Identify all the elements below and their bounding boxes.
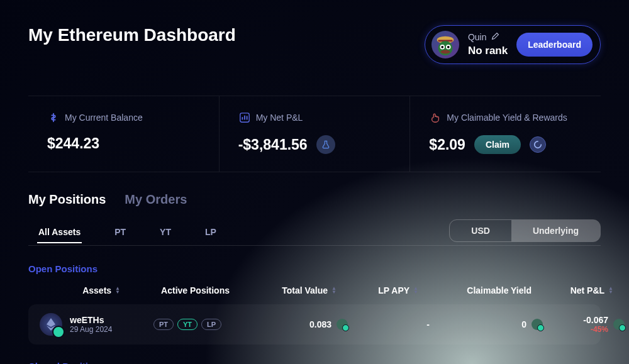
open-positions-label: Open Positions xyxy=(28,263,601,274)
token-badge[interactable] xyxy=(530,136,546,153)
leaderboard-button[interactable]: Leaderboard xyxy=(516,33,593,57)
filter-pt[interactable]: PT xyxy=(113,222,127,243)
flask-icon xyxy=(321,140,331,150)
table-row[interactable]: weETHs 29 Aug 2024 PT YT LP 0.083 - 0 -0… xyxy=(28,304,601,345)
net-pl-cell: -0.067 -45% xyxy=(543,315,625,334)
badge-yt: YT xyxy=(177,319,198,330)
lp-apy-cell: - xyxy=(348,319,430,329)
badges: PT YT LP xyxy=(134,319,241,330)
closed-positions-toggle[interactable]: Closed Positions xyxy=(28,361,601,364)
badge-pt: PT xyxy=(153,319,174,330)
token-icon xyxy=(337,319,348,330)
col-total-value[interactable]: Total Value ▲▼ xyxy=(230,285,337,295)
col-lp-apy[interactable]: LP APY ▲▼ xyxy=(337,285,418,295)
dollar-icon xyxy=(47,111,60,124)
user-text: Quin No rank xyxy=(468,32,508,57)
claimable-card: My Claimable Yield & Rewards $2.09 Claim xyxy=(409,96,601,172)
sort-icon: ▲▼ xyxy=(608,287,613,294)
token-icon xyxy=(613,319,625,330)
col-active-positions: Active Positions xyxy=(123,285,230,295)
filter-all-assets[interactable]: All Assets xyxy=(37,222,82,243)
page-title: My Ethereum Dashboard xyxy=(28,25,236,45)
total-value-cell: 0.083 xyxy=(241,319,348,330)
toggle-underlying[interactable]: Underlying xyxy=(511,220,600,241)
col-claimable-yield: Claimable Yield xyxy=(418,285,532,295)
swirl-icon xyxy=(533,140,542,149)
pnl-value: -$3,841.56 xyxy=(238,136,308,153)
balance-card: My Current Balance $244.23 xyxy=(28,96,219,172)
col-net-pl[interactable]: Net P&L ▲▼ xyxy=(532,285,613,295)
stats-row: My Current Balance $244.23 My Net P&L -$… xyxy=(28,96,601,172)
balance-value: $244.23 xyxy=(47,135,201,152)
filter-yt[interactable]: YT xyxy=(159,222,172,243)
svg-point-5 xyxy=(441,46,443,48)
toggle-usd[interactable]: USD xyxy=(450,220,511,241)
chart-icon xyxy=(238,111,251,124)
filter-row: All Assets PT YT LP USD Underlying xyxy=(28,219,601,246)
asset-icon xyxy=(40,313,62,336)
asset-cell: weETHs 29 Aug 2024 xyxy=(40,313,112,336)
svg-point-7 xyxy=(440,50,450,54)
user-name: Quin xyxy=(468,32,487,42)
pnl-card: My Net P&L -$3,841.56 xyxy=(219,96,410,172)
asset-name: weETHs xyxy=(70,315,112,325)
flask-pill[interactable] xyxy=(316,135,335,154)
pnl-label: My Net P&L xyxy=(256,113,303,123)
badge-lp: LP xyxy=(201,319,221,330)
user-pill: Quin No rank Leaderboard xyxy=(425,25,601,64)
sort-icon: ▲▼ xyxy=(413,287,418,294)
chevron-down-icon xyxy=(109,361,116,364)
avatar xyxy=(431,31,459,58)
filter-lp[interactable]: LP xyxy=(204,222,218,243)
token-icon xyxy=(532,319,543,330)
sort-icon: ▲▼ xyxy=(115,287,120,294)
claimable-cell: 0 xyxy=(430,319,543,330)
pepe-avatar-icon xyxy=(433,33,457,57)
main-tabs: My Positions My Orders xyxy=(28,192,601,207)
sort-icon: ▲▼ xyxy=(331,287,337,294)
table-header: Assets ▲▼ Active Positions Total Value ▲… xyxy=(28,285,601,295)
tab-orders[interactable]: My Orders xyxy=(125,192,187,207)
claim-button[interactable]: Claim xyxy=(474,135,521,154)
user-rank: No rank xyxy=(468,45,508,57)
claimable-label: My Claimable Yield & Rewards xyxy=(447,113,567,123)
unit-toggle: USD Underlying xyxy=(449,219,601,242)
hand-icon xyxy=(429,111,442,124)
balance-label: My Current Balance xyxy=(65,113,143,123)
asset-filter-tabs: All Assets PT YT LP xyxy=(28,222,218,243)
user-name-row: Quin xyxy=(468,32,508,42)
col-assets[interactable]: Assets ▲▼ xyxy=(28,285,123,295)
edit-icon[interactable] xyxy=(491,32,499,42)
net-pl-pct: -45% xyxy=(583,325,608,334)
net-pl-value: -0.067 xyxy=(583,315,608,325)
asset-date: 29 Aug 2024 xyxy=(70,325,112,334)
svg-point-6 xyxy=(447,46,450,48)
tab-positions[interactable]: My Positions xyxy=(28,192,106,207)
claimable-value: $2.09 xyxy=(429,136,465,153)
positions-table: Assets ▲▼ Active Positions Total Value ▲… xyxy=(28,285,601,345)
